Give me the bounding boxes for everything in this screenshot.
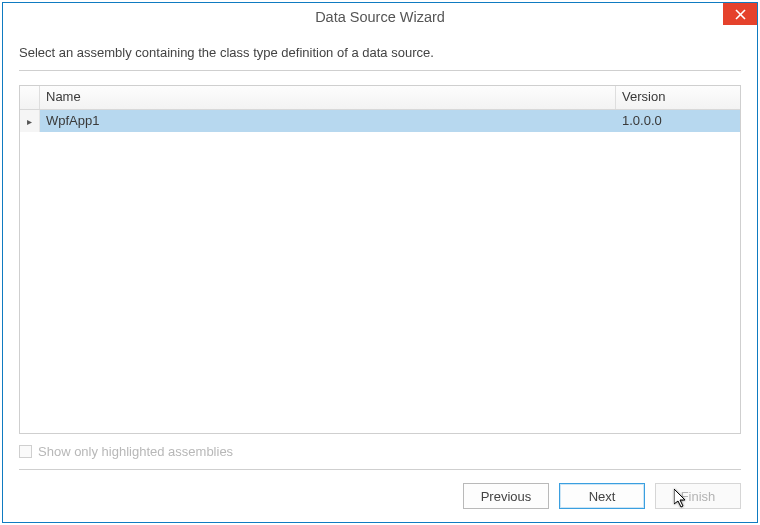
instruction-text: Select an assembly containing the class … [19, 31, 741, 70]
footer: Previous Next Finish [3, 470, 757, 522]
grid-header: Name Version [20, 86, 740, 110]
table-row[interactable]: ▸ WpfApp1 1.0.0.0 [20, 110, 740, 132]
assembly-grid[interactable]: Name Version ▸ WpfApp1 1.0.0.0 [19, 85, 741, 434]
titlebar: Data Source Wizard [3, 3, 757, 31]
column-header-version[interactable]: Version [616, 86, 740, 109]
divider [19, 70, 741, 71]
column-header-name[interactable]: Name [40, 86, 616, 109]
row-indicator-icon: ▸ [20, 110, 40, 132]
previous-button[interactable]: Previous [463, 483, 549, 509]
close-icon [735, 9, 746, 20]
cell-version: 1.0.0.0 [616, 110, 740, 132]
grid-body: ▸ WpfApp1 1.0.0.0 [20, 110, 740, 433]
grid-header-indicator [20, 86, 40, 109]
show-highlighted-label: Show only highlighted assemblies [38, 444, 233, 459]
finish-button: Finish [655, 483, 741, 509]
close-button[interactable] [723, 3, 757, 25]
wizard-window: Data Source Wizard Select an assembly co… [2, 2, 758, 523]
window-title: Data Source Wizard [315, 9, 445, 25]
content-area: Select an assembly containing the class … [3, 31, 757, 470]
show-highlighted-option: Show only highlighted assemblies [19, 434, 741, 465]
show-highlighted-checkbox [19, 445, 32, 458]
next-button[interactable]: Next [559, 483, 645, 509]
cell-name: WpfApp1 [40, 110, 616, 132]
